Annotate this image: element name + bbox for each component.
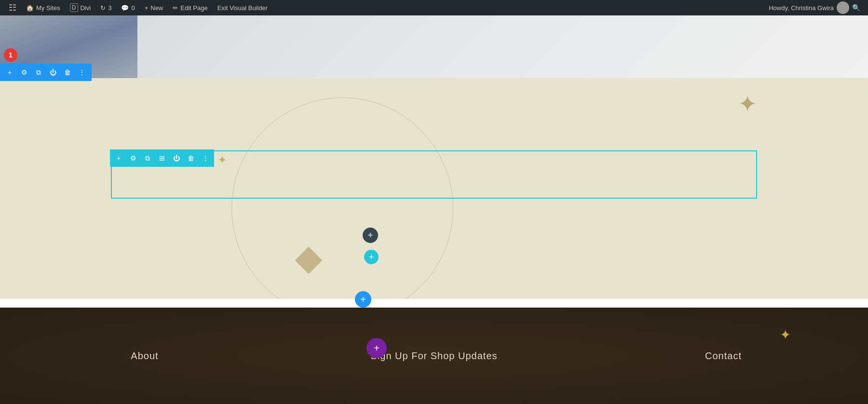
updates-count: 3 <box>108 4 111 12</box>
edit-page-btn[interactable]: ✏ Edit Page <box>168 0 212 15</box>
footer-about-text: About <box>131 350 158 362</box>
module-disable-btn[interactable]: ⏻ <box>170 151 183 165</box>
page-content: 1 + ⚙ ⧉ ⏻ 🗑 ⋮ ✦ + ⚙ ⧉ ⊞ ⏻ 🗑 ⋮ <box>0 15 868 404</box>
comments-menu[interactable]: 💬 0 <box>116 0 139 15</box>
footer-col-about: About <box>0 350 289 362</box>
beige-section: ✦ + ⚙ ⧉ ⊞ ⏻ 🗑 ⋮ ✦ + + <box>0 78 868 299</box>
wp-logo[interactable]: ☷ <box>4 0 21 15</box>
comments-count: 0 <box>131 4 135 12</box>
row-delete-btn[interactable]: 🗑 <box>61 66 74 79</box>
plus-icon: + <box>145 4 149 12</box>
new-menu[interactable]: + New <box>140 0 168 15</box>
divi-icon: D <box>70 3 78 12</box>
exit-visual-builder-btn[interactable]: Exit Visual Builder <box>213 0 273 15</box>
my-sites-menu[interactable]: 🏠 My Sites <box>21 0 65 15</box>
admin-bar: ☷ 🏠 My Sites D Divi ↻ 3 💬 0 + New ✏ Edit… <box>0 0 868 15</box>
my-sites-label: My Sites <box>36 4 60 12</box>
comments-icon: 💬 <box>121 4 129 12</box>
plus-btn-teal[interactable]: + <box>364 250 379 264</box>
module-toolbar: + ⚙ ⧉ ⊞ ⏻ 🗑 ⋮ <box>110 149 214 167</box>
module-duplicate-btn[interactable]: ⧉ <box>141 151 154 165</box>
footer-star: ✦ <box>780 327 791 343</box>
module-layout-btn[interactable]: ⊞ <box>155 151 169 165</box>
module-delete-btn[interactable]: 🗑 <box>184 151 198 165</box>
footer-signup-text: Sign Up For Shop Updates <box>370 350 497 362</box>
row-settings-btn[interactable]: ⚙ <box>17 66 31 79</box>
row-number-badge: 1 <box>4 48 17 62</box>
divi-label: Divi <box>81 4 91 12</box>
avatar <box>837 1 849 14</box>
footer-col-contact: Contact <box>579 350 868 362</box>
top-image-section <box>0 15 868 78</box>
row-more-btn[interactable]: ⋮ <box>75 66 89 79</box>
footer-section: About Sign Up For Shop Updates Contact ✦… <box>0 308 868 404</box>
plus-btn-dark[interactable]: + <box>363 228 378 243</box>
row-duplicate-btn[interactable]: ⧉ <box>32 66 45 79</box>
row-add-btn[interactable]: + <box>3 66 16 79</box>
exit-label: Exit Visual Builder <box>217 4 268 12</box>
admin-bar-right: Howdy, Christina Gwira 🔍 <box>769 1 864 14</box>
greeting-text: Howdy, Christina Gwira <box>769 4 834 12</box>
plus-btn-purple[interactable]: + <box>366 338 387 358</box>
row-toolbar-top: + ⚙ ⧉ ⏻ 🗑 ⋮ <box>0 64 92 81</box>
module-more-btn[interactable]: ⋮ <box>199 151 212 165</box>
new-label: New <box>150 4 163 12</box>
module-settings-btn[interactable]: ⚙ <box>126 151 140 165</box>
footer-contact-text: Contact <box>705 350 742 362</box>
search-icon[interactable]: 🔍 <box>852 4 860 12</box>
module-add-btn[interactable]: + <box>112 151 125 165</box>
edit-page-label: Edit Page <box>180 4 207 12</box>
wp-icon: ☷ <box>9 2 16 13</box>
module-container: + ⚙ ⧉ ⊞ ⏻ 🗑 ⋮ ✦ <box>111 150 757 199</box>
footer-col-signup: Sign Up For Shop Updates <box>289 350 579 362</box>
updates-icon: ↻ <box>100 4 106 12</box>
module-star-pin: ✦ <box>218 154 226 166</box>
pencil-icon: ✏ <box>173 4 178 12</box>
deco-diamond <box>295 247 323 274</box>
top-image-right <box>137 15 868 78</box>
divi-menu[interactable]: D Divi <box>65 0 95 15</box>
row-disable-btn[interactable]: ⏻ <box>46 66 60 79</box>
deco-star-large: ✦ <box>738 93 757 116</box>
plus-btn-blue-section[interactable]: + <box>355 291 371 308</box>
house-icon: 🏠 <box>26 4 34 12</box>
updates-menu[interactable]: ↻ 3 <box>95 0 116 15</box>
